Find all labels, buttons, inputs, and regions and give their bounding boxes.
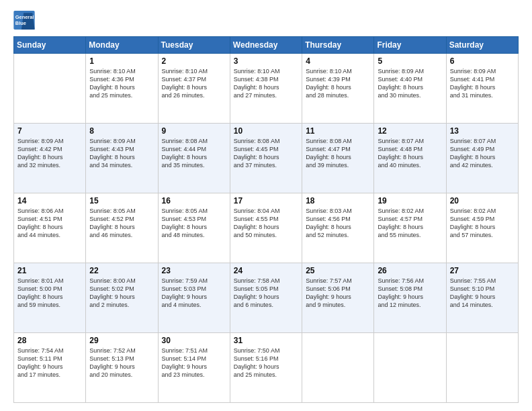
day-cell: 11Sunrise: 8:08 AMSunset: 4:47 PMDayligh… [302,124,374,193]
header: General Blue [13,11,519,30]
day-info: Sunrise: 8:00 AMSunset: 5:02 PMDaylight:… [89,277,154,310]
day-number: 7 [17,126,82,136]
day-cell: 28Sunrise: 7:54 AMSunset: 5:11 PMDayligh… [14,333,86,403]
day-cell [374,333,446,403]
day-number: 6 [450,56,515,66]
day-info: Sunrise: 8:09 AMSunset: 4:43 PMDaylight:… [89,137,154,170]
day-cell: 26Sunrise: 7:56 AMSunset: 5:08 PMDayligh… [374,263,446,333]
day-cell: 10Sunrise: 8:08 AMSunset: 4:45 PMDayligh… [230,124,302,193]
day-info: Sunrise: 7:54 AMSunset: 5:11 PMDaylight:… [17,347,82,379]
day-info: Sunrise: 7:59 AMSunset: 5:03 PMDaylight:… [162,277,226,310]
day-info: Sunrise: 7:55 AMSunset: 5:10 PMDaylight:… [450,277,515,310]
week-row-2: 7Sunrise: 8:09 AMSunset: 4:42 PMDaylight… [14,124,519,193]
day-cell [302,333,374,403]
day-cell: 22Sunrise: 8:00 AMSunset: 5:02 PMDayligh… [86,263,158,333]
day-number: 22 [89,266,154,275]
day-info: Sunrise: 8:08 AMSunset: 4:45 PMDaylight:… [234,137,298,170]
week-row-1: 1Sunrise: 8:10 AMSunset: 4:36 PMDaylight… [14,54,519,124]
svg-text:General: General [15,14,34,20]
day-number: 13 [450,126,515,136]
day-number: 21 [17,266,82,275]
day-info: Sunrise: 7:51 AMSunset: 5:14 PMDaylight:… [162,347,226,379]
day-info: Sunrise: 8:04 AMSunset: 4:55 PMDaylight:… [234,207,298,240]
day-info: Sunrise: 8:10 AMSunset: 4:37 PMDaylight:… [162,67,226,100]
day-cell: 19Sunrise: 8:02 AMSunset: 4:57 PMDayligh… [374,193,446,263]
day-number: 24 [234,266,298,275]
day-number: 5 [378,56,442,66]
weekday-header-tuesday: Tuesday [158,37,230,54]
day-cell: 30Sunrise: 7:51 AMSunset: 5:14 PMDayligh… [158,333,230,403]
weekday-header-saturday: Saturday [446,37,518,54]
day-cell: 17Sunrise: 8:04 AMSunset: 4:55 PMDayligh… [230,193,302,263]
day-number: 3 [234,56,298,66]
day-cell: 14Sunrise: 8:06 AMSunset: 4:51 PMDayligh… [14,193,86,263]
day-number: 26 [378,266,442,275]
weekday-header-friday: Friday [374,37,446,54]
day-cell: 23Sunrise: 7:59 AMSunset: 5:03 PMDayligh… [158,263,230,333]
day-cell: 8Sunrise: 8:09 AMSunset: 4:43 PMDaylight… [86,124,158,193]
day-info: Sunrise: 8:08 AMSunset: 4:44 PMDaylight:… [162,137,226,170]
day-info: Sunrise: 8:02 AMSunset: 4:59 PMDaylight:… [450,207,515,240]
weekday-header-sunday: Sunday [14,37,86,54]
page: General Blue SundayMondayTuesdayWednesda… [0,0,532,411]
day-info: Sunrise: 8:07 AMSunset: 4:48 PMDaylight:… [378,137,442,170]
day-number: 16 [162,196,226,205]
day-cell: 5Sunrise: 8:09 AMSunset: 4:40 PMDaylight… [374,54,446,124]
day-cell: 25Sunrise: 7:57 AMSunset: 5:06 PMDayligh… [302,263,374,333]
day-cell: 6Sunrise: 8:09 AMSunset: 4:41 PMDaylight… [446,54,518,124]
logo-icon: General Blue [13,11,35,30]
day-cell: 31Sunrise: 7:50 AMSunset: 5:16 PMDayligh… [230,333,302,403]
day-cell [446,333,518,403]
day-number: 8 [89,126,154,136]
day-number: 4 [306,56,370,66]
day-info: Sunrise: 8:06 AMSunset: 4:51 PMDaylight:… [17,207,82,240]
day-number: 12 [378,126,442,136]
day-info: Sunrise: 7:58 AMSunset: 5:05 PMDaylight:… [234,277,298,310]
day-number: 14 [17,196,82,205]
day-info: Sunrise: 8:05 AMSunset: 4:52 PMDaylight:… [89,207,154,240]
day-info: Sunrise: 8:09 AMSunset: 4:41 PMDaylight:… [450,67,515,100]
day-cell [14,54,86,124]
day-cell: 18Sunrise: 8:03 AMSunset: 4:56 PMDayligh… [302,193,374,263]
day-info: Sunrise: 8:08 AMSunset: 4:47 PMDaylight:… [306,137,370,170]
day-number: 15 [89,196,154,205]
day-number: 23 [162,266,226,275]
day-info: Sunrise: 8:02 AMSunset: 4:57 PMDaylight:… [378,207,442,240]
day-number: 18 [306,196,370,205]
day-cell: 7Sunrise: 8:09 AMSunset: 4:42 PMDaylight… [14,124,86,193]
weekday-header-thursday: Thursday [302,37,374,54]
logo: General Blue [13,11,35,30]
week-row-3: 14Sunrise: 8:06 AMSunset: 4:51 PMDayligh… [14,193,519,263]
day-cell: 27Sunrise: 7:55 AMSunset: 5:10 PMDayligh… [446,263,518,333]
day-info: Sunrise: 8:05 AMSunset: 4:53 PMDaylight:… [162,207,226,240]
day-cell: 29Sunrise: 7:52 AMSunset: 5:13 PMDayligh… [86,333,158,403]
day-number: 2 [162,56,226,66]
day-number: 10 [234,126,298,136]
day-info: Sunrise: 8:09 AMSunset: 4:42 PMDaylight:… [17,137,82,170]
day-number: 17 [234,196,298,205]
day-number: 29 [89,336,154,345]
day-cell: 20Sunrise: 8:02 AMSunset: 4:59 PMDayligh… [446,193,518,263]
day-cell: 4Sunrise: 8:10 AMSunset: 4:39 PMDaylight… [302,54,374,124]
day-cell: 13Sunrise: 8:07 AMSunset: 4:49 PMDayligh… [446,124,518,193]
day-number: 20 [450,196,515,205]
day-info: Sunrise: 7:50 AMSunset: 5:16 PMDaylight:… [234,347,298,379]
week-row-5: 28Sunrise: 7:54 AMSunset: 5:11 PMDayligh… [14,333,519,403]
day-number: 28 [17,336,82,345]
day-info: Sunrise: 7:57 AMSunset: 5:06 PMDaylight:… [306,277,370,310]
day-cell: 9Sunrise: 8:08 AMSunset: 4:44 PMDaylight… [158,124,230,193]
day-cell: 12Sunrise: 8:07 AMSunset: 4:48 PMDayligh… [374,124,446,193]
svg-text:Blue: Blue [15,20,26,26]
day-cell: 21Sunrise: 8:01 AMSunset: 5:00 PMDayligh… [14,263,86,333]
day-info: Sunrise: 8:01 AMSunset: 5:00 PMDaylight:… [17,277,82,310]
day-cell: 2Sunrise: 8:10 AMSunset: 4:37 PMDaylight… [158,54,230,124]
day-number: 25 [306,266,370,275]
day-number: 30 [162,336,226,345]
day-number: 27 [450,266,515,275]
day-info: Sunrise: 8:03 AMSunset: 4:56 PMDaylight:… [306,207,370,240]
day-number: 9 [162,126,226,136]
day-info: Sunrise: 7:56 AMSunset: 5:08 PMDaylight:… [378,277,442,310]
day-number: 1 [89,56,154,66]
day-number: 19 [378,196,442,205]
day-info: Sunrise: 8:07 AMSunset: 4:49 PMDaylight:… [450,137,515,170]
